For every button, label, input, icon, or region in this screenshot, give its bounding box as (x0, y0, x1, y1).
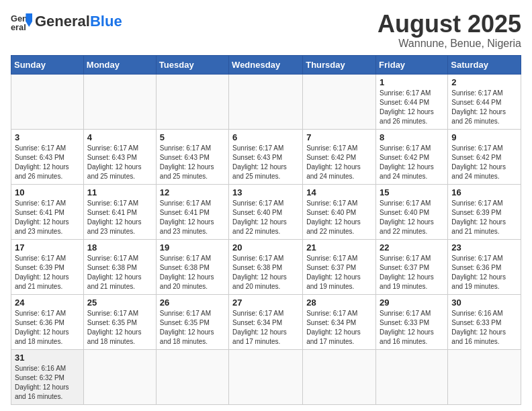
day-number: 2 (451, 77, 517, 87)
day-cell (448, 349, 521, 404)
day-cell (229, 74, 303, 129)
day-cell: 10Sunrise: 6:17 AM Sunset: 6:41 PM Dayli… (11, 184, 84, 239)
day-info: Sunrise: 6:16 AM Sunset: 6:33 PM Dayligh… (451, 309, 517, 347)
day-cell: 2Sunrise: 6:17 AM Sunset: 6:44 PM Daylig… (448, 74, 521, 129)
weekday-header-wednesday: Wednesday (229, 55, 303, 74)
day-cell: 17Sunrise: 6:17 AM Sunset: 6:39 PM Dayli… (11, 239, 84, 294)
day-info: Sunrise: 6:17 AM Sunset: 6:42 PM Dayligh… (380, 144, 444, 181)
day-number: 4 (87, 132, 152, 142)
day-info: Sunrise: 6:17 AM Sunset: 6:36 PM Dayligh… (15, 309, 80, 347)
day-cell (303, 349, 376, 404)
title-area: August 2025 Wannune, Benue, Nigeria (378, 11, 521, 50)
day-info: Sunrise: 6:17 AM Sunset: 6:43 PM Dayligh… (232, 144, 299, 181)
day-cell: 15Sunrise: 6:17 AM Sunset: 6:40 PM Dayli… (376, 184, 448, 239)
day-info: Sunrise: 6:17 AM Sunset: 6:39 PM Dayligh… (15, 254, 80, 291)
day-cell: 1Sunrise: 6:17 AM Sunset: 6:44 PM Daylig… (376, 74, 448, 129)
day-info: Sunrise: 6:17 AM Sunset: 6:43 PM Dayligh… (87, 144, 152, 181)
day-info: Sunrise: 6:17 AM Sunset: 6:36 PM Dayligh… (451, 254, 517, 291)
day-cell: 24Sunrise: 6:17 AM Sunset: 6:36 PM Dayli… (11, 294, 84, 349)
day-number: 10 (15, 187, 80, 197)
day-cell: 27Sunrise: 6:17 AM Sunset: 6:34 PM Dayli… (229, 294, 303, 349)
day-number: 16 (451, 187, 517, 197)
day-cell (156, 349, 228, 404)
weekday-header-thursday: Thursday (303, 55, 376, 74)
weekday-header-friday: Friday (376, 55, 448, 74)
day-cell: 16Sunrise: 6:17 AM Sunset: 6:39 PM Dayli… (448, 184, 521, 239)
day-cell: 13Sunrise: 6:17 AM Sunset: 6:40 PM Dayli… (229, 184, 303, 239)
weekday-header-tuesday: Tuesday (156, 55, 228, 74)
day-number: 12 (160, 187, 225, 197)
day-cell: 22Sunrise: 6:17 AM Sunset: 6:37 PM Dayli… (376, 239, 448, 294)
weekday-header-saturday: Saturday (448, 55, 521, 74)
day-cell: 31Sunrise: 6:16 AM Sunset: 6:32 PM Dayli… (11, 349, 84, 404)
day-number: 3 (15, 132, 80, 142)
day-info: Sunrise: 6:17 AM Sunset: 6:42 PM Dayligh… (306, 144, 372, 181)
day-info: Sunrise: 6:17 AM Sunset: 6:38 PM Dayligh… (160, 254, 225, 291)
header: Gen eral GeneralBlue August 2025 Wannune… (11, 11, 521, 50)
day-cell: 18Sunrise: 6:17 AM Sunset: 6:38 PM Dayli… (83, 239, 156, 294)
logo-blue: Blue (90, 13, 122, 30)
day-number: 7 (306, 132, 372, 142)
day-cell: 30Sunrise: 6:16 AM Sunset: 6:33 PM Dayli… (448, 294, 521, 349)
week-row-0: 1Sunrise: 6:17 AM Sunset: 6:44 PM Daylig… (11, 74, 521, 129)
day-cell: 11Sunrise: 6:17 AM Sunset: 6:41 PM Dayli… (83, 184, 156, 239)
weekday-header-sunday: Sunday (11, 55, 84, 74)
day-cell: 4Sunrise: 6:17 AM Sunset: 6:43 PM Daylig… (83, 129, 156, 184)
day-cell (376, 349, 448, 404)
day-number: 21 (306, 242, 372, 253)
day-cell: 19Sunrise: 6:17 AM Sunset: 6:38 PM Dayli… (156, 239, 228, 294)
day-number: 5 (160, 132, 225, 142)
week-row-3: 17Sunrise: 6:17 AM Sunset: 6:39 PM Dayli… (11, 239, 521, 294)
day-number: 28 (306, 298, 372, 308)
day-info: Sunrise: 6:16 AM Sunset: 6:32 PM Dayligh… (15, 364, 80, 402)
calendar-subtitle: Wannune, Benue, Nigeria (378, 38, 521, 50)
day-number: 9 (451, 132, 517, 142)
day-cell: 23Sunrise: 6:17 AM Sunset: 6:36 PM Dayli… (448, 239, 521, 294)
day-info: Sunrise: 6:17 AM Sunset: 6:37 PM Dayligh… (380, 254, 444, 291)
day-info: Sunrise: 6:17 AM Sunset: 6:44 PM Dayligh… (380, 89, 444, 126)
calendar-table: SundayMondayTuesdayWednesdayThursdayFrid… (11, 55, 521, 405)
day-info: Sunrise: 6:17 AM Sunset: 6:40 PM Dayligh… (380, 199, 444, 236)
day-cell: 8Sunrise: 6:17 AM Sunset: 6:42 PM Daylig… (376, 129, 448, 184)
weekday-header-monday: Monday (83, 55, 156, 74)
day-info: Sunrise: 6:17 AM Sunset: 6:39 PM Dayligh… (451, 199, 517, 236)
day-info: Sunrise: 6:17 AM Sunset: 6:34 PM Dayligh… (232, 309, 299, 347)
day-number: 22 (380, 242, 444, 253)
day-number: 1 (380, 77, 444, 87)
day-info: Sunrise: 6:17 AM Sunset: 6:33 PM Dayligh… (380, 309, 444, 347)
day-info: Sunrise: 6:17 AM Sunset: 6:37 PM Dayligh… (306, 254, 372, 291)
day-number: 24 (15, 298, 80, 308)
day-cell: 9Sunrise: 6:17 AM Sunset: 6:42 PM Daylig… (448, 129, 521, 184)
day-number: 13 (232, 187, 299, 197)
day-info: Sunrise: 6:17 AM Sunset: 6:34 PM Dayligh… (306, 309, 372, 347)
day-number: 17 (15, 242, 80, 253)
day-info: Sunrise: 6:17 AM Sunset: 6:41 PM Dayligh… (87, 199, 152, 236)
day-cell (83, 74, 156, 129)
week-row-4: 24Sunrise: 6:17 AM Sunset: 6:36 PM Dayli… (11, 294, 521, 349)
day-number: 29 (380, 298, 444, 308)
day-info: Sunrise: 6:17 AM Sunset: 6:35 PM Dayligh… (87, 309, 152, 347)
day-number: 26 (160, 298, 225, 308)
day-cell: 12Sunrise: 6:17 AM Sunset: 6:41 PM Dayli… (156, 184, 228, 239)
day-number: 31 (15, 353, 80, 363)
day-cell: 5Sunrise: 6:17 AM Sunset: 6:43 PM Daylig… (156, 129, 228, 184)
day-cell (156, 74, 228, 129)
day-info: Sunrise: 6:17 AM Sunset: 6:44 PM Dayligh… (451, 89, 517, 126)
day-cell: 21Sunrise: 6:17 AM Sunset: 6:37 PM Dayli… (303, 239, 376, 294)
week-row-5: 31Sunrise: 6:16 AM Sunset: 6:32 PM Dayli… (11, 349, 521, 404)
svg-text:eral: eral (11, 22, 26, 32)
day-cell (229, 349, 303, 404)
logo-text: GeneralBlue (35, 14, 122, 29)
day-cell: 7Sunrise: 6:17 AM Sunset: 6:42 PM Daylig… (303, 129, 376, 184)
day-info: Sunrise: 6:17 AM Sunset: 6:40 PM Dayligh… (232, 199, 299, 236)
day-number: 11 (87, 187, 152, 197)
svg-marker-2 (26, 13, 32, 21)
weekday-header-row: SundayMondayTuesdayWednesdayThursdayFrid… (11, 55, 521, 74)
day-info: Sunrise: 6:17 AM Sunset: 6:43 PM Dayligh… (160, 144, 225, 181)
day-info: Sunrise: 6:17 AM Sunset: 6:38 PM Dayligh… (232, 254, 299, 291)
week-row-1: 3Sunrise: 6:17 AM Sunset: 6:43 PM Daylig… (11, 129, 521, 184)
day-info: Sunrise: 6:17 AM Sunset: 6:38 PM Dayligh… (87, 254, 152, 291)
day-cell: 20Sunrise: 6:17 AM Sunset: 6:38 PM Dayli… (229, 239, 303, 294)
day-number: 27 (232, 298, 299, 308)
day-info: Sunrise: 6:17 AM Sunset: 6:35 PM Dayligh… (160, 309, 225, 347)
